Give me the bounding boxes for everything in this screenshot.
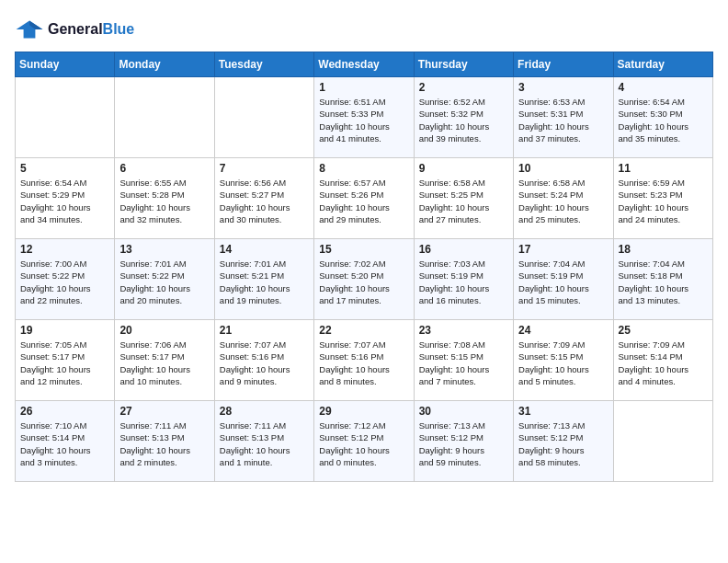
logo-text: GeneralBlue	[48, 21, 134, 38]
calendar-cell: 8Sunrise: 6:57 AM Sunset: 5:26 PM Daylig…	[314, 158, 414, 239]
day-detail: Sunrise: 6:53 AM Sunset: 5:31 PM Dayligh…	[518, 96, 608, 144]
day-number: 8	[319, 162, 408, 175]
calendar-cell: 29Sunrise: 7:12 AM Sunset: 5:12 PM Dayli…	[314, 401, 414, 482]
calendar-cell: 18Sunrise: 7:04 AM Sunset: 5:18 PM Dayli…	[613, 239, 712, 320]
calendar-cell: 21Sunrise: 7:07 AM Sunset: 5:16 PM Dayli…	[214, 320, 313, 401]
day-number: 12	[20, 243, 109, 256]
calendar-table: SundayMondayTuesdayWednesdayThursdayFrid…	[15, 52, 713, 482]
day-number: 27	[119, 405, 209, 418]
calendar-cell: 6Sunrise: 6:55 AM Sunset: 5:28 PM Daylig…	[115, 158, 214, 239]
day-detail: Sunrise: 6:55 AM Sunset: 5:28 PM Dayligh…	[119, 177, 209, 225]
day-detail: Sunrise: 7:09 AM Sunset: 5:15 PM Dayligh…	[518, 339, 608, 387]
calendar-cell: 2Sunrise: 6:52 AM Sunset: 5:32 PM Daylig…	[414, 77, 513, 158]
calendar-cell: 17Sunrise: 7:04 AM Sunset: 5:19 PM Dayli…	[514, 239, 613, 320]
calendar-cell: 14Sunrise: 7:01 AM Sunset: 5:21 PM Dayli…	[214, 239, 313, 320]
day-detail: Sunrise: 7:01 AM Sunset: 5:22 PM Dayligh…	[119, 258, 209, 306]
day-detail: Sunrise: 6:51 AM Sunset: 5:33 PM Dayligh…	[319, 96, 408, 144]
day-number: 30	[419, 405, 508, 418]
day-detail: Sunrise: 7:01 AM Sunset: 5:21 PM Dayligh…	[220, 258, 309, 306]
day-number: 19	[20, 324, 109, 337]
day-detail: Sunrise: 7:13 AM Sunset: 5:12 PM Dayligh…	[518, 419, 608, 468]
day-number: 17	[518, 243, 608, 256]
logo-icon	[15, 15, 44, 44]
day-detail: Sunrise: 7:04 AM Sunset: 5:18 PM Dayligh…	[619, 258, 708, 306]
day-number: 20	[119, 324, 209, 337]
calendar-cell: 13Sunrise: 7:01 AM Sunset: 5:22 PM Dayli…	[115, 239, 214, 320]
calendar-cell: 5Sunrise: 6:54 AM Sunset: 5:29 PM Daylig…	[16, 158, 115, 239]
weekday-header-friday: Friday	[514, 52, 613, 77]
day-detail: Sunrise: 6:58 AM Sunset: 5:25 PM Dayligh…	[419, 177, 508, 225]
calendar-cell: 22Sunrise: 7:07 AM Sunset: 5:16 PM Dayli…	[314, 320, 414, 401]
week-row-1: 1Sunrise: 6:51 AM Sunset: 5:33 PM Daylig…	[16, 77, 713, 158]
calendar-cell: 7Sunrise: 6:56 AM Sunset: 5:27 PM Daylig…	[214, 158, 313, 239]
day-detail: Sunrise: 7:07 AM Sunset: 5:16 PM Dayligh…	[319, 339, 408, 387]
day-number: 14	[220, 243, 309, 256]
day-number: 11	[619, 162, 708, 175]
day-detail: Sunrise: 6:56 AM Sunset: 5:27 PM Dayligh…	[220, 177, 309, 225]
calendar-cell: 9Sunrise: 6:58 AM Sunset: 5:25 PM Daylig…	[414, 158, 513, 239]
calendar-cell: 28Sunrise: 7:11 AM Sunset: 5:13 PM Dayli…	[214, 401, 313, 482]
logo: GeneralBlue	[15, 15, 134, 44]
day-number: 9	[419, 162, 508, 175]
calendar-cell: 16Sunrise: 7:03 AM Sunset: 5:19 PM Dayli…	[414, 239, 513, 320]
calendar-cell: 10Sunrise: 6:58 AM Sunset: 5:24 PM Dayli…	[514, 158, 613, 239]
page-header: GeneralBlue	[15, 15, 713, 44]
day-number: 4	[619, 81, 708, 94]
calendar-cell: 30Sunrise: 7:13 AM Sunset: 5:12 PM Dayli…	[414, 401, 513, 482]
calendar-cell	[16, 77, 115, 158]
weekday-header-monday: Monday	[115, 52, 214, 77]
day-number: 5	[20, 162, 109, 175]
weekday-header-wednesday: Wednesday	[314, 52, 414, 77]
day-detail: Sunrise: 6:52 AM Sunset: 5:32 PM Dayligh…	[419, 96, 508, 144]
day-number: 3	[518, 81, 608, 94]
week-row-4: 19Sunrise: 7:05 AM Sunset: 5:17 PM Dayli…	[16, 320, 713, 401]
day-detail: Sunrise: 7:11 AM Sunset: 5:13 PM Dayligh…	[220, 419, 309, 468]
weekday-header-sunday: Sunday	[16, 52, 115, 77]
day-number: 24	[518, 324, 608, 337]
calendar-cell	[115, 77, 214, 158]
day-detail: Sunrise: 6:58 AM Sunset: 5:24 PM Dayligh…	[518, 177, 608, 225]
calendar-cell: 24Sunrise: 7:09 AM Sunset: 5:15 PM Dayli…	[514, 320, 613, 401]
day-detail: Sunrise: 7:11 AM Sunset: 5:13 PM Dayligh…	[119, 419, 209, 468]
day-detail: Sunrise: 7:06 AM Sunset: 5:17 PM Dayligh…	[119, 339, 209, 387]
day-detail: Sunrise: 7:05 AM Sunset: 5:17 PM Dayligh…	[20, 339, 109, 387]
day-detail: Sunrise: 7:10 AM Sunset: 5:14 PM Dayligh…	[20, 419, 109, 468]
calendar-cell: 20Sunrise: 7:06 AM Sunset: 5:17 PM Dayli…	[115, 320, 214, 401]
calendar-cell	[214, 77, 313, 158]
day-detail: Sunrise: 6:54 AM Sunset: 5:29 PM Dayligh…	[20, 177, 109, 225]
day-number: 29	[319, 405, 408, 418]
calendar-cell: 11Sunrise: 6:59 AM Sunset: 5:23 PM Dayli…	[613, 158, 712, 239]
day-number: 18	[619, 243, 708, 256]
day-detail: Sunrise: 6:54 AM Sunset: 5:30 PM Dayligh…	[619, 96, 708, 144]
week-row-2: 5Sunrise: 6:54 AM Sunset: 5:29 PM Daylig…	[16, 158, 713, 239]
day-detail: Sunrise: 7:00 AM Sunset: 5:22 PM Dayligh…	[20, 258, 109, 306]
day-number: 26	[20, 405, 109, 418]
weekday-header-thursday: Thursday	[414, 52, 513, 77]
day-number: 7	[220, 162, 309, 175]
calendar-cell: 12Sunrise: 7:00 AM Sunset: 5:22 PM Dayli…	[16, 239, 115, 320]
calendar-cell: 4Sunrise: 6:54 AM Sunset: 5:30 PM Daylig…	[613, 77, 712, 158]
day-detail: Sunrise: 7:09 AM Sunset: 5:14 PM Dayligh…	[619, 339, 708, 387]
calendar-cell: 23Sunrise: 7:08 AM Sunset: 5:15 PM Dayli…	[414, 320, 513, 401]
day-detail: Sunrise: 7:13 AM Sunset: 5:12 PM Dayligh…	[419, 419, 508, 468]
day-number: 10	[518, 162, 608, 175]
calendar-cell: 1Sunrise: 6:51 AM Sunset: 5:33 PM Daylig…	[314, 77, 414, 158]
day-detail: Sunrise: 7:12 AM Sunset: 5:12 PM Dayligh…	[319, 419, 408, 468]
day-number: 23	[419, 324, 508, 337]
day-number: 21	[220, 324, 309, 337]
calendar-cell: 27Sunrise: 7:11 AM Sunset: 5:13 PM Dayli…	[115, 401, 214, 482]
day-number: 22	[319, 324, 408, 337]
calendar-cell: 3Sunrise: 6:53 AM Sunset: 5:31 PM Daylig…	[514, 77, 613, 158]
day-detail: Sunrise: 7:04 AM Sunset: 5:19 PM Dayligh…	[518, 258, 608, 306]
day-detail: Sunrise: 7:02 AM Sunset: 5:20 PM Dayligh…	[319, 258, 408, 306]
day-number: 1	[319, 81, 408, 94]
calendar-cell: 31Sunrise: 7:13 AM Sunset: 5:12 PM Dayli…	[514, 401, 613, 482]
day-number: 28	[220, 405, 309, 418]
calendar-cell	[613, 401, 712, 482]
day-number: 25	[619, 324, 708, 337]
day-number: 13	[119, 243, 209, 256]
weekday-header-tuesday: Tuesday	[214, 52, 313, 77]
day-number: 16	[419, 243, 508, 256]
day-number: 15	[319, 243, 408, 256]
day-detail: Sunrise: 7:07 AM Sunset: 5:16 PM Dayligh…	[220, 339, 309, 387]
